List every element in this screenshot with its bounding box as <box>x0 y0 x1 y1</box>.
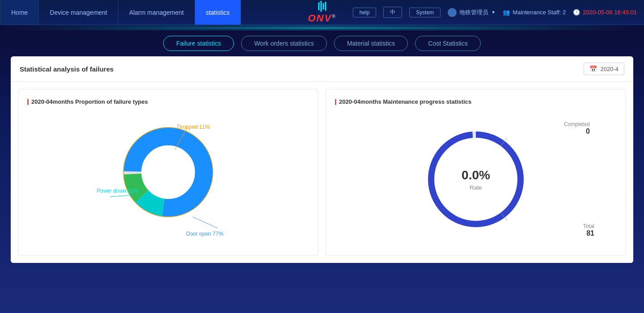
nav-tab-home[interactable]: Home <box>0 0 39 25</box>
main-panel: Statistical analysis of failures 📅 2020-… <box>11 56 633 263</box>
lang-button[interactable]: 中 <box>383 7 402 18</box>
datetime-value: 2020-05-06 16:45:01 <box>583 9 637 16</box>
nav-logo: ONV® <box>308 1 336 24</box>
label-powerdown: Power down 11% <box>97 188 138 194</box>
date-picker[interactable]: 📅 2020-4 <box>584 63 624 75</box>
failure-type-chart: 2020-04months Proportion of failure type… <box>18 89 318 256</box>
donut-svg <box>119 123 217 221</box>
sub-nav: Failure statistics Work orders statistic… <box>0 30 644 56</box>
label-dooropen: Door open 77% <box>186 231 223 237</box>
right-chart-title: 2020-04months Maintenance progress stati… <box>335 98 617 105</box>
maintenance-info: 👥 Maintenance Staff: 2 <box>503 9 566 16</box>
total-legend: Total 81 <box>583 223 594 237</box>
chevron-down-icon: ▼ <box>491 10 496 15</box>
completed-value: 0 <box>564 127 590 135</box>
charts-area: 2020-04months Proportion of failure type… <box>11 82 633 263</box>
svg-point-4 <box>142 146 194 198</box>
nav-tabs: Home Device management Alarm management … <box>0 0 241 25</box>
label-dropped: Dropped 11% <box>177 124 210 130</box>
maintenance-label: Maintenance Staff: 2 <box>513 9 566 16</box>
completed-label: Completed <box>564 121 590 127</box>
top-nav: Home Device management Alarm management … <box>0 0 644 25</box>
user-name: 地铁管理员 <box>459 8 488 17</box>
left-chart-title: 2020-04months Proportion of failure type… <box>27 98 309 105</box>
sub-tab-material[interactable]: Material statistics <box>334 36 408 51</box>
sub-tab-failure[interactable]: Failure statistics <box>163 36 234 51</box>
panel-title: Statistical analysis of failures <box>20 65 114 73</box>
maintenance-icon: 👥 <box>503 9 510 16</box>
nav-tab-alarm[interactable]: Alarm management <box>119 0 195 25</box>
panel-header: Statistical analysis of failures 📅 2020-… <box>11 56 633 82</box>
user-menu[interactable]: 👤 地铁管理员 ▼ <box>448 8 496 17</box>
gauge-rate-label: Rate <box>462 184 490 191</box>
calendar-icon: 📅 <box>589 65 597 72</box>
sub-tab-cost[interactable]: Cost Statistics <box>415 36 481 51</box>
nav-tab-statistics[interactable]: statistics <box>195 0 241 25</box>
system-button[interactable]: System <box>409 8 441 17</box>
donut-container: Dropped 11% Power down 11% Door open 77% <box>27 114 309 239</box>
datetime-display: 🕐 2020-05-06 16:45:01 <box>573 9 637 16</box>
sub-tab-workorders[interactable]: Work orders statistics <box>241 36 327 51</box>
deco-line-top <box>0 25 644 30</box>
date-value: 2020-4 <box>601 66 619 72</box>
user-avatar-icon: 👤 <box>448 8 457 17</box>
help-button[interactable]: help <box>353 8 377 17</box>
gauge-percent-value: 0.0% <box>462 168 490 182</box>
total-value: 81 <box>583 229 594 237</box>
gauge-center: 0.0% Rate <box>462 168 490 191</box>
total-label: Total <box>583 223 594 229</box>
logo-text: ONV® <box>308 13 336 24</box>
clock-icon: 🕐 <box>573 9 580 16</box>
nav-tab-device[interactable]: Device management <box>39 0 118 25</box>
maintenance-progress-chart: 2020-04months Maintenance progress stati… <box>326 89 626 256</box>
nav-right: help 中 System 👤 地铁管理员 ▼ 👥 Maintenance St… <box>353 7 637 18</box>
completed-legend: Completed 0 <box>564 121 590 135</box>
logo-decoration <box>318 1 326 12</box>
